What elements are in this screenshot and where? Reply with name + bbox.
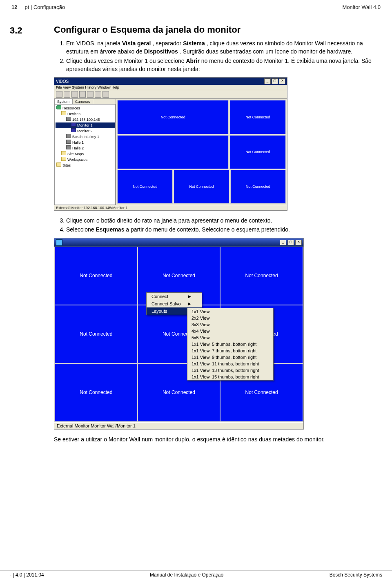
maximize-icon[interactable]: ▢ xyxy=(287,240,294,245)
breadcrumb: pt | Configuração xyxy=(25,4,65,10)
layouts-titlebar: _ ▢ ✕ xyxy=(54,238,303,247)
monitor-cell[interactable]: Not Connected xyxy=(117,100,229,134)
section-title: Configurar o Esquema da janela do monito… xyxy=(54,24,382,35)
monitor-cell[interactable]: Not Connected xyxy=(229,135,286,169)
layout-option[interactable]: 5x5 View xyxy=(187,334,273,341)
vidos-titlebar: VIDOS _ ▢ ✕ xyxy=(54,78,287,85)
page-footer: - | 4.0 | 2011.04 Manual de Instalação e… xyxy=(0,570,392,578)
layout-option[interactable]: 4x4 View xyxy=(187,328,273,334)
tab-system[interactable]: System xyxy=(54,99,72,104)
tree-monitor-2: Monitor 2 xyxy=(56,128,115,134)
tree-intuikey: Bosch Intuikey 1 xyxy=(56,134,115,140)
layout-option[interactable]: 1x1 View, 13 thumbs, bottom right xyxy=(187,367,273,374)
toolbar-button[interactable] xyxy=(64,91,70,98)
vidos-toolbar[interactable] xyxy=(54,90,287,99)
tree-devices: Devices xyxy=(56,111,115,117)
vidos-menubar[interactable]: File View System History Window Help xyxy=(54,85,287,90)
toolbar-button[interactable] xyxy=(79,91,86,98)
section-number: 3.2 xyxy=(10,24,51,446)
tree-halle1: Halle 1 xyxy=(56,140,115,145)
maximize-icon[interactable]: ▢ xyxy=(272,78,278,84)
step-1: Em VIDOS, na janela Vista geral , separa… xyxy=(66,39,382,56)
tree-resources: Resources xyxy=(56,105,115,111)
sidebar-tabs: System Cameras xyxy=(54,99,116,104)
monitor-cell[interactable]: Not Connected xyxy=(55,247,138,305)
monitor-cell[interactable]: Not Connected xyxy=(174,170,229,204)
chevron-right-icon: ▶ xyxy=(188,302,191,306)
layouts-submenu[interactable]: 1x1 View 2x2 View 3x3 View 4x4 View 5x5 … xyxy=(187,308,274,381)
layout-option[interactable]: 1x1 View, 9 thumbs, bottom right xyxy=(187,354,273,361)
toolbar-button[interactable] xyxy=(95,91,101,98)
layout-option[interactable]: 2x2 View xyxy=(187,315,273,321)
layout-option[interactable]: 1x1 View, 5 thumbs, bottom right xyxy=(187,341,273,347)
steps-list-1: Em VIDOS, na janela Vista geral , separa… xyxy=(54,39,382,73)
note-text: Se estiver a utilizar o Monitor Wall num… xyxy=(54,435,382,443)
layouts-screenshot: _ ▢ ✕ Not Connected Not Connected Not Co… xyxy=(54,238,304,430)
toolbar-button[interactable] xyxy=(102,91,109,98)
tree-workspaces: Workspaces xyxy=(56,157,115,163)
minimize-icon[interactable]: _ xyxy=(264,78,271,84)
monitor-cell[interactable]: Not Connected xyxy=(230,170,286,204)
toolbar-button[interactable] xyxy=(87,91,94,98)
page-number: 12 xyxy=(11,4,17,10)
close-icon[interactable]: ✕ xyxy=(279,78,285,84)
toolbar-button[interactable] xyxy=(56,91,62,98)
vidos-screenshot: VIDOS _ ▢ ✕ File View System History Win… xyxy=(54,77,287,211)
tree-halle2: Halle 2 xyxy=(56,145,115,151)
ctx-connect-salvo[interactable]: Connect Salvo▶ xyxy=(147,300,202,307)
close-icon[interactable]: ✕ xyxy=(295,240,302,245)
monitor-cell[interactable]: Not Connected xyxy=(229,100,286,134)
device-tree[interactable]: Resources Devices 192.168.100.145 Monito… xyxy=(54,104,116,205)
toolbar-button[interactable] xyxy=(71,91,78,98)
layout-option[interactable]: 1x1 View xyxy=(187,308,273,315)
minimize-icon[interactable]: _ xyxy=(280,240,286,245)
step-2: Clique duas vezes em Monitor 1 ou selecc… xyxy=(66,57,382,73)
layouts-statusbar: External Monitor Monitor Wall/Monitor 1 xyxy=(54,422,303,429)
monitor-cell[interactable] xyxy=(117,135,229,169)
monitor-cell[interactable]: Not Connected xyxy=(55,363,138,422)
footer-right: Bosch Security Systems xyxy=(330,572,382,578)
vidos-sidebar: System Cameras Resources Devices 192.168… xyxy=(54,99,116,205)
tree-sitemaps: Site Maps xyxy=(56,151,115,157)
vidos-monitorgrid: Not Connected Not Connected Not Connecte… xyxy=(116,99,287,205)
ctx-connect[interactable]: Connect▶ xyxy=(147,293,202,300)
step-4: Seleccione Esquemas a partir do menu de … xyxy=(66,225,382,234)
vidos-statusbar: External Monitor 192.168.100.145/Monitor… xyxy=(54,205,287,210)
window-icon xyxy=(56,239,62,246)
footer-center: Manual de Instalação e Operação xyxy=(150,572,223,578)
layout-option[interactable]: 1x1 View, 7 thumbs, bottom right xyxy=(187,347,273,354)
layout-option[interactable]: 1x1 View, 11 thumbs, bottom right xyxy=(187,361,273,367)
chevron-right-icon: ▶ xyxy=(188,294,191,298)
steps-list-2: Clique com o botão direito do rato na ja… xyxy=(54,216,382,234)
vidos-title: VIDOS xyxy=(56,79,69,84)
tree-sites: Sites xyxy=(56,163,115,168)
tab-cameras[interactable]: Cameras xyxy=(72,99,93,104)
monitor-cell[interactable]: Not Connected xyxy=(55,305,138,363)
layout-option[interactable]: 3x3 View xyxy=(187,321,273,328)
step-3: Clique com o botão direito do rato na ja… xyxy=(66,216,382,225)
header-left: 12 pt | Configuração xyxy=(11,4,65,10)
layout-option[interactable]: 1x1 View, 15 thumbs, bottom right xyxy=(187,374,273,380)
header-right: Monitor Wall 4.0 xyxy=(343,4,381,10)
footer-left: - | 4.0 | 2011.04 xyxy=(10,572,44,578)
monitor-cell[interactable]: Not Connected xyxy=(117,170,173,204)
layouts-grid: Not Connected Not Connected Not Connecte… xyxy=(54,247,303,422)
tree-ip: 192.168.100.145 xyxy=(56,117,115,122)
monitor-cell[interactable]: Not Connected xyxy=(220,247,303,305)
page-header: 12 pt | Configuração Monitor Wall 4.0 xyxy=(10,4,382,12)
tree-monitor-1: Monitor 1 xyxy=(56,122,115,128)
